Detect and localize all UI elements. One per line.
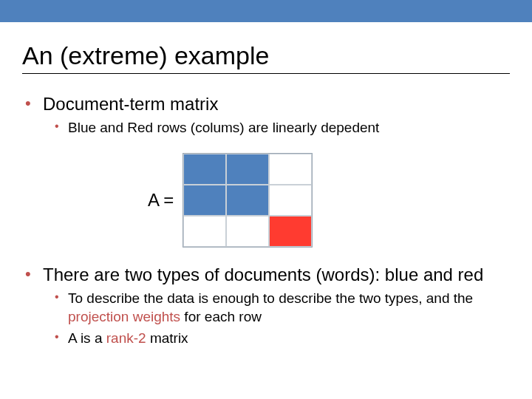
- bullet-two-types: There are two types of documents (words)…: [25, 264, 510, 347]
- highlight-rank-2: rank-2: [106, 330, 146, 346]
- highlight-projection-weights: projection weights: [68, 309, 180, 324]
- sub-bullet-rank2: A is a rank-2 matrix: [55, 330, 510, 348]
- bullet-list: Document-term matrix Blue and Red rows (…: [22, 93, 510, 137]
- matrix-grid: [183, 153, 313, 248]
- title-underline: [22, 73, 510, 74]
- matrix-cell: [269, 216, 312, 247]
- sub-bullet-list-2: To describe the data is enough to descri…: [43, 290, 510, 347]
- matrix-cell: [269, 154, 312, 185]
- sub-bullet-text: Blue and Red rows (colums) are linearly …: [68, 120, 379, 135]
- sub-bullet-text-pre: To describe the data is enough to descri…: [68, 290, 473, 306]
- matrix-cell: [183, 185, 226, 216]
- sub-bullet-text-pre: A is a: [68, 330, 106, 346]
- bullet-list-2: There are two types of documents (words)…: [22, 264, 510, 347]
- matrix-cell: [269, 185, 312, 216]
- slide-top-bar: [0, 0, 532, 22]
- bullet-text: There are two types of documents (words)…: [43, 265, 483, 284]
- matrix-label: A =: [148, 190, 174, 211]
- bullet-document-term: Document-term matrix Blue and Red rows (…: [25, 93, 510, 137]
- sub-bullet-describe: To describe the data is enough to descri…: [55, 290, 510, 326]
- matrix-cell: [183, 154, 226, 185]
- slide-content: An (extreme) example Document-term matri…: [0, 22, 532, 347]
- matrix-cell: [226, 154, 269, 185]
- sub-bullet-linear-dependent: Blue and Red rows (colums) are linearly …: [55, 119, 510, 137]
- sub-bullet-text-post: matrix: [146, 330, 188, 346]
- matrix-cell: [226, 216, 269, 247]
- sub-bullet-text-post: for each row: [180, 309, 262, 324]
- sub-bullet-list: Blue and Red rows (colums) are linearly …: [43, 119, 510, 137]
- matrix-cell: [226, 185, 269, 216]
- slide-title: An (extreme) example: [22, 41, 510, 70]
- bullet-text: Document-term matrix: [43, 94, 218, 114]
- matrix-cell: [183, 216, 226, 247]
- matrix-row: A =: [148, 153, 510, 248]
